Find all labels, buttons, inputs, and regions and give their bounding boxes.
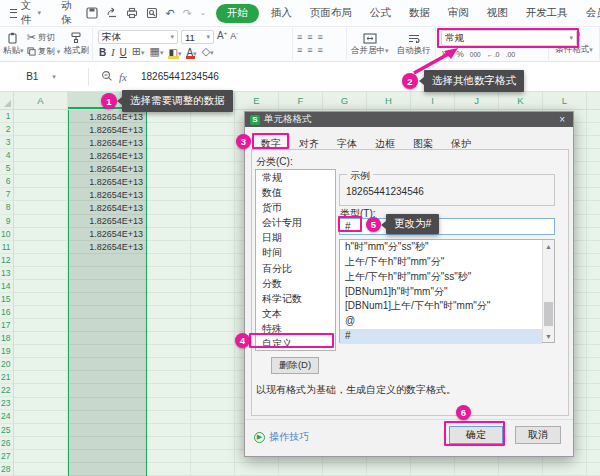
zoom-formula-icon[interactable] [101, 68, 113, 86]
category-item[interactable]: 分数 [256, 276, 335, 291]
row-header[interactable]: 15 [0, 293, 13, 306]
align-top-icon[interactable]: ≡ [297, 32, 302, 42]
export-icon[interactable] [106, 7, 118, 19]
row-header[interactable]: 4 [0, 149, 13, 162]
category-item[interactable]: 日期 [256, 230, 335, 245]
format-option[interactable]: # [340, 329, 542, 344]
scroll-down-icon[interactable]: ▼ [543, 330, 554, 342]
save-icon[interactable] [86, 7, 98, 19]
cell-b-value[interactable]: 1.82654E+13 [69, 123, 146, 136]
cell-b-value[interactable]: 1.82654E+13 [69, 241, 146, 254]
selected-column-b[interactable]: 1.82654E+131.82654E+131.82654E+131.82654… [68, 110, 147, 476]
font-color-icon[interactable]: A▾ [186, 47, 196, 58]
cell-b-value[interactable]: 1.82654E+13 [69, 215, 146, 228]
menu-tab[interactable]: 开发工具 [518, 4, 576, 22]
row-header[interactable]: 22 [0, 384, 13, 397]
file-menu[interactable]: 文件 ▾ [0, 0, 49, 27]
borders-icon[interactable]: ⊞▾ [132, 46, 145, 58]
cell-b-value[interactable]: 1.82654E+13 [69, 201, 146, 214]
delete-button[interactable]: 删除(D) [271, 357, 319, 374]
align-bottom-icon[interactable]: ≡ [318, 32, 323, 42]
category-item[interactable]: 科学记数 [256, 291, 335, 306]
align-center-icon[interactable]: ≡ [307, 45, 312, 55]
font-size-select[interactable]: 11▾ [181, 30, 214, 44]
row-header[interactable]: 27 [0, 450, 13, 463]
menu-tab[interactable]: 会员专享 [578, 4, 600, 22]
paste-button[interactable]: 粘贴▾ [0, 28, 27, 61]
column-header[interactable]: A [14, 92, 68, 109]
format-option[interactable]: [DBNum1]上午/下午h"时"mm"分" [340, 299, 542, 314]
category-item[interactable]: 百分比 [256, 261, 335, 276]
row-header[interactable]: 3 [0, 136, 13, 149]
menu-tab[interactable]: 数据 [401, 4, 438, 22]
more-commands-icon[interactable]: ⌄ [200, 9, 206, 17]
format-option[interactable]: 上午/下午h"时"mm"分"ss"秒" [340, 270, 542, 285]
row-header[interactable]: 9 [0, 215, 13, 228]
row-header[interactable]: 18 [0, 332, 13, 345]
cut-button[interactable]: ✂剪切 [27, 32, 61, 44]
menu-tab[interactable]: 视图 [479, 4, 516, 22]
row-header[interactable]: 23 [0, 397, 13, 410]
merge-center-button[interactable]: 合并居中▾ [348, 28, 392, 61]
menu-tab[interactable]: 公式 [362, 4, 399, 22]
cell-b-value[interactable]: 1.82654E+13 [69, 188, 146, 201]
row-header[interactable]: 17 [0, 319, 13, 332]
column-header[interactable]: I [411, 92, 455, 109]
dialog-title-bar[interactable]: S 单元格格式 × [245, 112, 573, 127]
category-item[interactable]: 数值 [256, 185, 335, 200]
format-painter-button[interactable]: 格式刷 [60, 28, 92, 61]
name-box[interactable]: B1▾ [0, 71, 82, 82]
category-item[interactable]: 时间 [256, 245, 335, 260]
increase-font-icon[interactable]: A+ [217, 30, 227, 44]
category-item[interactable]: 常规 [256, 170, 335, 185]
menu-tab[interactable]: 审阅 [440, 4, 477, 22]
column-header[interactable]: J [455, 92, 499, 109]
column-header[interactable]: L [543, 92, 587, 109]
scrollbar[interactable]: ▲ ▼ [542, 240, 554, 342]
column-header[interactable]: F [279, 92, 323, 109]
clear-format-icon[interactable]: ◇▾ [202, 46, 214, 58]
cancel-button[interactable]: 取消 [515, 426, 561, 444]
draw-border-icon[interactable]: ▦▾ [150, 46, 164, 58]
row-header[interactable]: 6 [0, 175, 13, 188]
formula-value[interactable]: 18265441234546 [141, 71, 219, 82]
row-header[interactable]: 19 [0, 345, 13, 358]
category-item[interactable]: 货币 [256, 200, 335, 215]
print-preview-icon[interactable] [146, 7, 158, 19]
redo-icon[interactable]: ↷ [183, 8, 192, 19]
menu-tab[interactable]: 插入 [263, 4, 300, 22]
format-option[interactable]: h"时"mm"分"ss"秒" [340, 240, 542, 255]
format-option[interactable]: @ [340, 314, 542, 329]
row-header[interactable]: 21 [0, 371, 13, 384]
bold-button[interactable]: B [99, 47, 106, 58]
row-header[interactable]: 24 [0, 410, 13, 423]
row-header[interactable]: 8 [0, 201, 13, 214]
row-header[interactable]: 13 [0, 267, 13, 280]
font-family-select[interactable]: 宋体▾ [98, 30, 178, 44]
cell-b-value[interactable]: 1.82654E+13 [69, 228, 146, 241]
cell-b-value[interactable]: 1.82654E+13 [69, 175, 146, 188]
row-header[interactable]: 28 [0, 463, 13, 476]
decrease-font-icon[interactable]: A- [230, 30, 238, 44]
increase-decimal-icon[interactable]: ←.0 [487, 51, 500, 58]
row-header[interactable]: 20 [0, 358, 13, 371]
copy-button[interactable]: 复制▾ [27, 46, 61, 58]
cell-b-value[interactable]: 1.82654E+13 [69, 136, 146, 149]
column-header[interactable]: H [367, 92, 411, 109]
format-option[interactable]: [DBNum1]h"时"mm"分" [340, 285, 542, 300]
row-header[interactable]: 11 [0, 241, 13, 254]
print-icon[interactable] [126, 7, 138, 19]
select-all-corner[interactable] [0, 92, 14, 109]
cell-b-value[interactable]: 1.82654E+13 [69, 162, 146, 175]
row-header[interactable]: 12 [0, 254, 13, 267]
decrease-decimal-icon[interactable]: .00 [506, 51, 516, 58]
align-middle-icon[interactable]: ≡ [307, 32, 312, 42]
align-left-icon[interactable]: ≡ [297, 45, 302, 55]
category-item[interactable]: 文本 [256, 306, 335, 321]
scroll-up-icon[interactable]: ▲ [543, 240, 554, 252]
row-header[interactable]: 10 [0, 228, 13, 241]
column-header[interactable]: K [499, 92, 543, 109]
row-header[interactable]: 5 [0, 162, 13, 175]
italic-button[interactable]: I [111, 47, 114, 58]
tips-link[interactable]: ▶ 操作技巧 [254, 430, 309, 444]
